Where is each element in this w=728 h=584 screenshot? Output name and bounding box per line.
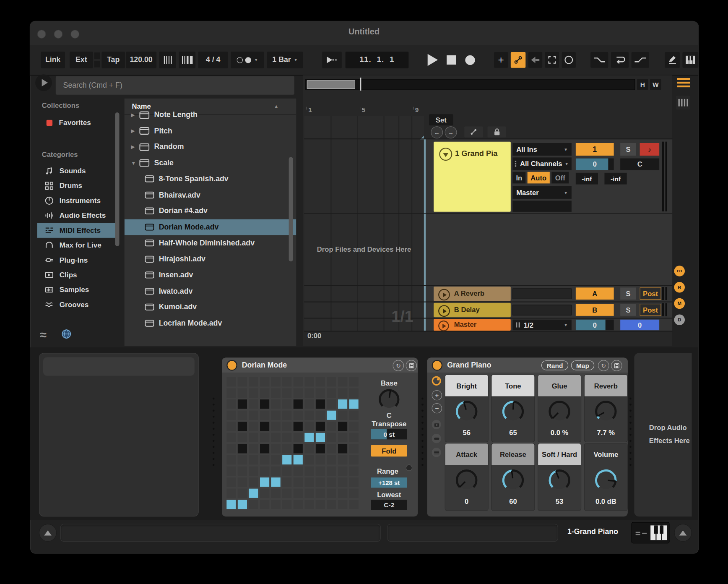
prev-marker-button[interactable]: ← xyxy=(431,126,443,138)
transpose-field[interactable]: 0 st xyxy=(371,429,407,439)
scale-grid-cell[interactable] xyxy=(349,467,359,476)
scale-grid-cell[interactable] xyxy=(282,411,291,420)
rand-button[interactable]: Rand xyxy=(541,360,568,370)
drop-audio-effects-panel[interactable]: Drop Audio Effects Here xyxy=(634,353,692,516)
loop-button[interactable] xyxy=(611,52,629,68)
browser-item-dorian-4-adv[interactable]: Dorian #4.adv xyxy=(125,203,296,219)
macro-knob[interactable] xyxy=(594,400,617,425)
scale-grid-cell[interactable] xyxy=(238,411,247,420)
return-a-solo[interactable]: S xyxy=(620,287,636,300)
browser-item-bhairav-adv[interactable]: Bhairav.adv xyxy=(125,187,296,203)
scale-grid-cell[interactable] xyxy=(249,500,258,509)
next-marker-button[interactable]: → xyxy=(445,126,457,138)
scale-grid-cell[interactable] xyxy=(260,422,269,431)
remove-macro-icon[interactable]: − xyxy=(432,403,442,413)
scale-grid-cell[interactable] xyxy=(260,433,269,442)
scale-grid-cell[interactable] xyxy=(249,388,258,398)
sidebar-item-clips[interactable]: Clips xyxy=(37,268,119,282)
back-to-arrangement-button[interactable] xyxy=(528,52,542,68)
return-fold-button[interactable] xyxy=(438,289,450,301)
browser-item-8-tone-spanish-adv[interactable]: 8-Tone Spanish.adv xyxy=(125,171,296,187)
macro-volume[interactable]: Volume0.0 dB xyxy=(584,443,628,511)
device-activator-icon[interactable] xyxy=(226,360,237,370)
device-drag-handle[interactable] xyxy=(421,398,423,466)
sidebar-item-samples[interactable]: Samples xyxy=(37,282,119,297)
scale-grid-cell[interactable] xyxy=(327,444,336,453)
return-b-post-toggle[interactable]: Post xyxy=(640,304,661,316)
lock-envelopes-button[interactable] xyxy=(487,126,506,138)
scale-grid-cell[interactable] xyxy=(316,399,325,409)
scale-grid-cell[interactable] xyxy=(271,399,281,409)
scale-grid-cell[interactable] xyxy=(238,377,247,386)
rack-titlebar[interactable]: Grand Piano Rand Map ↻ xyxy=(427,357,628,372)
scale-grid-cell[interactable] xyxy=(327,500,336,509)
sidebar-item-max-for-live[interactable]: Max for Live xyxy=(37,238,119,253)
scale-grid-cell[interactable] xyxy=(282,433,291,442)
scale-grid-cell[interactable] xyxy=(282,489,291,498)
mixer-panel-icon[interactable] xyxy=(676,96,690,110)
link-markers-button[interactable] xyxy=(464,126,483,138)
cue-out-chooser[interactable]: 1/2▼ xyxy=(512,320,572,330)
scale-grid-cell[interactable] xyxy=(271,411,281,420)
scale-grid-cell[interactable] xyxy=(316,377,325,386)
scale-grid-cell[interactable] xyxy=(349,477,359,487)
sidebar-item-instruments[interactable]: Instruments xyxy=(37,193,119,208)
search-input[interactable]: Search (Cmd + F) xyxy=(56,76,294,95)
scale-grid-cell[interactable] xyxy=(294,455,303,464)
macro-knob[interactable] xyxy=(502,400,525,425)
play-button[interactable] xyxy=(425,52,440,68)
browser-item-insen-adv[interactable]: Insen.adv xyxy=(125,267,296,283)
draw-region-brackets-button[interactable] xyxy=(545,52,559,68)
scale-grid-cell[interactable] xyxy=(294,411,303,420)
scale-grid-cell[interactable] xyxy=(349,388,359,398)
scale-grid-cell[interactable] xyxy=(304,399,314,409)
scale-grid-cell[interactable] xyxy=(327,377,336,386)
scale-grid-cell[interactable] xyxy=(316,477,325,487)
link-button[interactable]: Link xyxy=(41,52,65,68)
scale-grid-cell[interactable] xyxy=(338,489,347,498)
scale-grid-cell[interactable] xyxy=(349,433,359,442)
scale-grid-cell[interactable] xyxy=(349,422,359,431)
returns-section-toggle[interactable]: R xyxy=(674,282,685,292)
monitor-auto-button[interactable]: Auto xyxy=(528,172,550,184)
scale-grid-cell[interactable] xyxy=(282,477,291,487)
record-button[interactable] xyxy=(463,52,477,68)
send-a-field[interactable]: -inf xyxy=(576,173,598,185)
scale-grid-cell[interactable] xyxy=(249,489,258,498)
scale-grid-cell[interactable] xyxy=(304,477,314,487)
solo-button[interactable]: S xyxy=(620,143,636,156)
scale-grid-cell[interactable] xyxy=(238,444,247,453)
grooves-wave-icon[interactable]: ≈ xyxy=(40,328,47,342)
sidebar-item-grooves[interactable]: Grooves xyxy=(37,297,119,312)
lowest-field[interactable]: C-2 xyxy=(371,500,407,510)
scale-grid-cell[interactable] xyxy=(260,399,269,409)
cue-volume-field[interactable]: 0 xyxy=(620,320,659,330)
input-channel-chooser[interactable]: All Channels▼ xyxy=(512,157,572,170)
nudge-up-button[interactable] xyxy=(94,52,100,59)
scale-grid-cell[interactable] xyxy=(249,399,258,409)
sidebar-scrollbar[interactable] xyxy=(115,112,120,246)
scale-grid-cell[interactable] xyxy=(304,500,314,509)
browser-item-iwato-adv[interactable]: Iwato.adv xyxy=(125,283,296,299)
optimize-width-button[interactable]: W xyxy=(650,79,661,90)
hamburger-menu-icon[interactable] xyxy=(677,78,690,87)
scale-grid-cell[interactable] xyxy=(338,455,347,464)
scale-grid-cell[interactable] xyxy=(316,422,325,431)
macro-soft-hard[interactable]: Soft / Hard53 xyxy=(538,443,581,511)
scale-grid-cell[interactable] xyxy=(338,500,347,509)
browser-item-half-whole-diminished-adv[interactable]: Half-Whole Diminished.adv xyxy=(125,235,296,251)
scale-grid-cell[interactable] xyxy=(338,377,347,386)
macro-knob[interactable] xyxy=(548,400,571,425)
scale-grid-cell[interactable] xyxy=(294,489,303,498)
scale-grid-cell[interactable] xyxy=(294,388,303,398)
scale-grid-cell[interactable] xyxy=(316,388,325,398)
draw-mode-button[interactable] xyxy=(665,52,679,68)
scale-grid-cell[interactable] xyxy=(349,377,359,386)
hot-swap-icon[interactable]: ↻ xyxy=(598,360,609,371)
scale-grid-cell[interactable] xyxy=(271,422,281,431)
punch-in-button[interactable] xyxy=(590,52,608,68)
sidebar-item-drums[interactable]: Drums xyxy=(37,178,119,193)
scale-grid-cell[interactable] xyxy=(349,500,359,509)
base-knob[interactable] xyxy=(378,388,400,413)
scale-grid-cell[interactable] xyxy=(260,411,269,420)
